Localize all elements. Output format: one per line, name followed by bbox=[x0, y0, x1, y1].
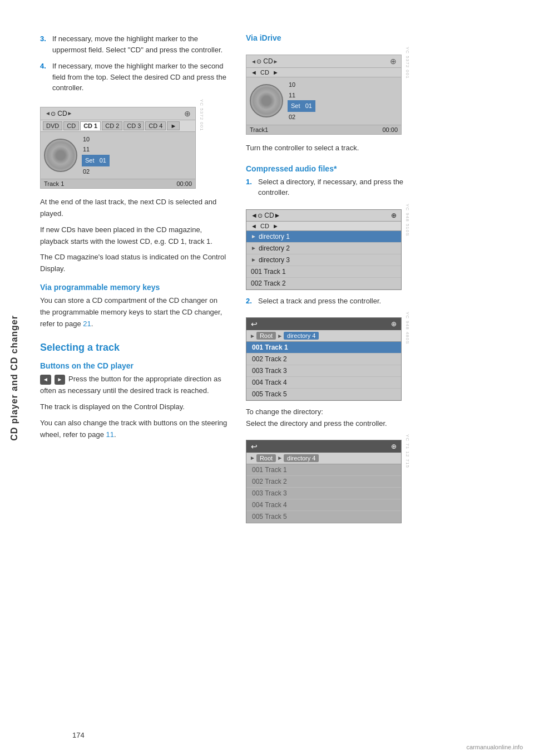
cd-track-name: Track 1 bbox=[44, 180, 64, 187]
track-row-1-4[interactable]: 004 Track 4 bbox=[246, 377, 401, 389]
track-row-2-3[interactable]: 003 Track 3 bbox=[246, 488, 401, 499]
next-btn-icon[interactable]: ► bbox=[55, 375, 66, 385]
idrive-track-set-01: Set 01 bbox=[288, 100, 315, 112]
path-root-1[interactable]: Root bbox=[256, 332, 276, 340]
compressed-step-2-num: 2. bbox=[246, 296, 255, 307]
track-row-2-5[interactable]: 005 Track 5 bbox=[246, 511, 401, 523]
change-dir-text: To change the directory:Select the direc… bbox=[246, 406, 435, 430]
watermark: carmanualonline.info bbox=[466, 744, 523, 750]
dir-arrow-3: ► bbox=[251, 257, 256, 263]
page-link-11[interactable]: 11 bbox=[106, 430, 114, 439]
steering-text: You can also change the track with butto… bbox=[40, 418, 229, 441]
dir-settings-icon: ⊕ bbox=[391, 212, 397, 219]
dir-top-bar: ◄ ⊙ CD ► ⊕ bbox=[246, 210, 401, 222]
dir-row-2[interactable]: ► directory 2 bbox=[246, 243, 401, 254]
tab-cd4[interactable]: CD 4 bbox=[145, 121, 166, 130]
left-column: 3. If necessary, move the highlight mark… bbox=[40, 33, 229, 529]
track-row-1-1[interactable]: 001 Track 1 bbox=[246, 342, 401, 354]
track-back-icon-1: ↩ bbox=[251, 320, 258, 328]
idrive-second-nav: ◄ CD ► bbox=[251, 69, 279, 76]
track-row-1-3[interactable]: 003 Track 3 bbox=[246, 365, 401, 377]
path-dir-2[interactable]: directory 4 bbox=[284, 454, 319, 462]
idrive-track-10: 10 bbox=[288, 80, 315, 90]
dir-top-label: ⊙ CD bbox=[258, 212, 274, 219]
buttons-instruction: Press the button for the appropriate dir… bbox=[40, 375, 221, 395]
tab-cd1[interactable]: CD 1 bbox=[80, 121, 101, 130]
track-path-bar-1: ► Root ► directory 4 bbox=[246, 330, 401, 342]
step-4-text: If necessary, move the highlight marker … bbox=[52, 61, 229, 94]
cd-track-list: 10 11 Set 01 02 bbox=[82, 134, 110, 177]
step-4: 4. If necessary, move the highlight mark… bbox=[40, 61, 229, 94]
track-row-1-5[interactable]: 005 Track 5 bbox=[246, 389, 401, 400]
buttons-text-pre: ◄ ► Press the button for the appropriate… bbox=[40, 374, 229, 397]
path-arrow-root-1: ► bbox=[250, 333, 255, 339]
tab-more[interactable]: ► bbox=[167, 121, 180, 130]
idrive-second-bar: ◄ CD ► bbox=[246, 68, 401, 77]
right-column: Via iDrive ◄ ⊙ CD ► ⊕ ◄ CD ► bbox=[246, 33, 435, 529]
track-row-1-2[interactable]: 002 Track 2 bbox=[246, 354, 401, 365]
track-02: 02 bbox=[82, 166, 110, 177]
dir-row-3[interactable]: ► directory 3 bbox=[246, 254, 401, 266]
dir-second-nav: ◄ CD ► bbox=[251, 223, 279, 229]
directory-screen: ◄ ⊙ CD ► ⊕ ◄ CD ► ► directory 1 ► direct… bbox=[246, 209, 402, 290]
track-screen-1-wrap: ↩ ⊕ ► Root ► directory 4 001 Track 1 002… bbox=[246, 312, 435, 406]
idrive-nav-right: ► bbox=[273, 58, 279, 65]
track-set-01: Set 01 bbox=[82, 155, 110, 166]
cd-screen-wrap: ◄ ⊙ CD ► ⊕ DVD CD CD 1 CD 2 CD 3 CD 4 ► bbox=[40, 99, 229, 197]
track-11: 11 bbox=[82, 144, 110, 155]
dir-label-2: directory 2 bbox=[259, 244, 290, 252]
compressed-step-1-text: Select a directory, if necessary, and pr… bbox=[258, 176, 435, 198]
cd-bottom-bar: Track 1 00:00 bbox=[41, 179, 195, 188]
track-screen-1: ↩ ⊕ ► Root ► directory 4 001 Track 1 002… bbox=[246, 317, 402, 401]
cd-disc-area: 10 11 Set 01 02 bbox=[41, 132, 195, 179]
dir-row-track1[interactable]: 001 Track 1 bbox=[246, 266, 401, 278]
track-settings-icon-2: ⊕ bbox=[391, 443, 397, 450]
tab-dvd[interactable]: DVD bbox=[43, 121, 62, 130]
cd-tab-row: DVD CD CD 1 CD 2 CD 3 CD 4 ► bbox=[41, 120, 195, 132]
idrive-disc-area: 10 11 Set 01 02 bbox=[246, 77, 401, 125]
buttons-text-post: The track is displayed on the Control Di… bbox=[40, 401, 229, 413]
tab-cd[interactable]: CD bbox=[63, 121, 79, 130]
tab-cd2[interactable]: CD 2 bbox=[102, 121, 122, 130]
settings-icon: ⊕ bbox=[184, 109, 191, 118]
via-idrive-heading: Via iDrive bbox=[246, 33, 435, 42]
idrive-top-bar: ◄ ⊙ CD ► ⊕ bbox=[246, 55, 401, 68]
idrive-nav-left: ◄ bbox=[251, 58, 256, 65]
page-link-21[interactable]: 21 bbox=[83, 320, 91, 328]
track-screen-2-wrap: ↩ ⊕ ► Root ► directory 4 001 Track 1 002… bbox=[246, 434, 435, 529]
via-prog-heading: Via programmable memory keys bbox=[40, 283, 229, 292]
compressed-step-2: 2. Select a track and press the controll… bbox=[246, 296, 435, 307]
track-row-2-4[interactable]: 004 Track 4 bbox=[246, 499, 401, 511]
dir-label-3: directory 3 bbox=[259, 256, 290, 264]
idrive-bottom-bar: Track1 00:00 bbox=[246, 125, 401, 134]
prev-btn-icon[interactable]: ◄ bbox=[40, 375, 51, 385]
sidebar-label: CD player and CD changer bbox=[9, 315, 19, 441]
idrive-screen-wrap: ◄ ⊙ CD ► ⊕ ◄ CD ► 10 11 Set bbox=[246, 47, 435, 143]
track-screen-2: ↩ ⊕ ► Root ► directory 4 001 Track 1 002… bbox=[246, 440, 402, 523]
idrive-settings-icon: ⊕ bbox=[390, 57, 397, 66]
track-path-bar-2: ► Root ► directory 4 bbox=[246, 453, 401, 464]
idrive-track-name: Track1 bbox=[250, 126, 268, 133]
selecting-track-heading: Selecting a track bbox=[40, 342, 229, 354]
dir-nav-left: ◄ bbox=[251, 212, 258, 219]
idrive-disc-graphic bbox=[250, 84, 283, 117]
body-text-2: If new CDs have been placed in the CD ma… bbox=[40, 224, 229, 248]
compressed-step-1-num: 1. bbox=[246, 176, 255, 198]
cd-top-bar: ◄ ⊙ CD ► ⊕ bbox=[41, 107, 195, 120]
idrive-track-list: 10 11 Set 01 02 bbox=[288, 80, 315, 122]
screen-label-track1: YC 948 480S bbox=[405, 312, 410, 345]
cd-top-label: ⊙ CD bbox=[51, 110, 67, 117]
turn-controller-text: Turn the controller to select a track. bbox=[246, 143, 435, 154]
dir-second-bar: ◄ CD ► bbox=[246, 222, 401, 231]
dir-row-1[interactable]: ► directory 1 bbox=[246, 231, 401, 243]
tab-cd3[interactable]: CD 3 bbox=[123, 121, 144, 130]
track-10: 10 bbox=[82, 134, 110, 145]
dir-row-track2[interactable]: 002 Track 2 bbox=[246, 278, 401, 289]
track-row-2-2[interactable]: 002 Track 2 bbox=[246, 476, 401, 488]
path-arrow-dir-2: ► bbox=[277, 455, 283, 461]
page-number: 174 bbox=[72, 731, 85, 739]
track-back-icon-2: ↩ bbox=[251, 442, 258, 451]
path-root-2[interactable]: Root bbox=[256, 454, 276, 462]
track-row-2-1[interactable]: 001 Track 1 bbox=[246, 464, 401, 476]
path-dir-1[interactable]: directory 4 bbox=[284, 332, 319, 340]
